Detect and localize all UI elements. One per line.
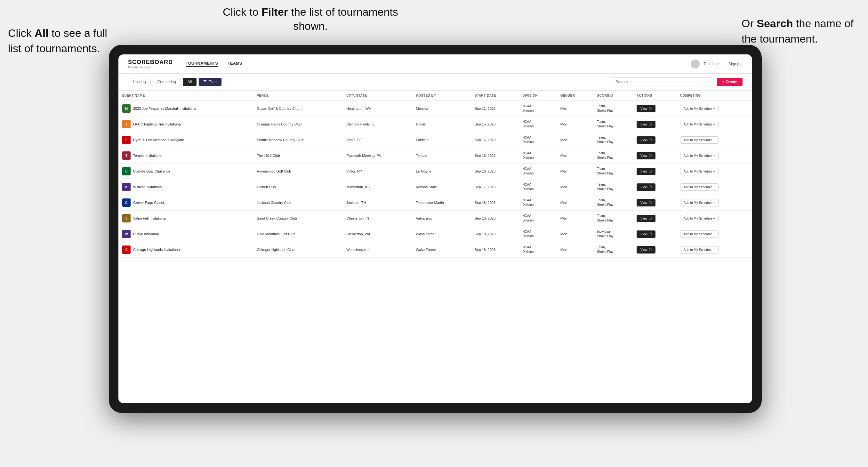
view-button[interactable]: View ⓘ [637,246,655,253]
create-button[interactable]: + Create [717,78,743,86]
col-event-name: EVENT NAME [118,91,253,101]
venue-cell: Colbert Hills [253,179,342,195]
table-row: T Temple Invitational The 1912 ClubPlymo… [118,148,752,163]
hosted-by-cell: Washington [412,226,471,242]
nav-teams[interactable]: TEAMS [227,61,242,67]
view-button[interactable]: View ⓘ [637,136,655,144]
add-to-schedule-button[interactable]: Add to My Schedule + [680,215,718,222]
venue-cell: Sand Creek Country Club [253,211,342,226]
view-button[interactable]: View ⓘ [637,199,655,207]
search-input[interactable] [611,77,713,86]
add-to-schedule-button[interactable]: Add to My Schedule + [680,183,718,191]
info-icon: ⓘ [649,106,652,111]
venue-cell: Gold Mountain Golf Club [253,226,342,242]
action-cell: View ⓘ [633,195,676,211]
col-start-date: START DATE [471,91,519,101]
tab-competing[interactable]: Competing [153,78,181,86]
avatar [691,60,700,68]
separator: | [724,62,724,66]
team-logo: V [122,214,131,222]
add-to-schedule-button[interactable]: Add to My Schedule + [680,105,718,112]
table-header-row: EVENT NAME VENUE CITY, STATE HOSTED BY S… [118,91,752,101]
filter-label: Filter [208,80,217,84]
col-division: DIVISION [519,91,556,101]
view-button[interactable]: View ⓘ [637,152,655,159]
division-cell: NCAADivision I [519,101,556,117]
competing-cell: Add to My Schedule + [676,242,752,258]
info-icon: ⓘ [649,122,652,126]
scoring-cell: Team,Stroke Play [593,211,633,226]
venue-cell: Jackson Country Club [253,195,342,211]
event-name-cell-3: T Temple Invitational [118,148,253,163]
view-button[interactable]: View ⓘ [637,183,655,191]
view-button[interactable]: View ⓘ [637,215,655,222]
tournaments-table: EVENT NAME VENUE CITY, STATE HOSTED BY S… [118,91,752,258]
venue-cell: The 1912 Club [253,148,342,163]
team-logo: W [122,230,131,238]
hosted-by-cell: Fairfield [412,132,471,148]
logo-area: SCOREBOARD Powered by clippi [128,59,173,69]
tab-all[interactable]: All [183,78,196,86]
info-icon: ⓘ [649,248,652,252]
gender-cell: Men [557,195,593,211]
table-row: F Ryan T. Lee Memorial Collegiate Shuttl… [118,132,752,148]
view-button[interactable]: View ⓘ [637,168,655,175]
scoring-cell: Team,Stroke Play [593,148,633,163]
start-date-cell: Sep 11, 2023 [471,101,519,117]
event-name-text: Wildcat Invitational [133,185,163,189]
competing-cell: Add to My Schedule + [676,226,752,242]
competing-cell: Add to My Schedule + [676,163,752,179]
event-name-text: 2023 Joe Feaganes Marshall Invitational [133,106,196,111]
hosted-by-cell: Le Moyne [412,163,471,179]
view-button[interactable]: View ⓘ [637,121,655,128]
add-to-schedule-button[interactable]: Add to My Schedule + [680,230,718,238]
hosted-by-cell: Illinois [412,117,471,132]
add-to-schedule-button[interactable]: Add to My Schedule + [680,199,718,207]
filter-button[interactable]: ☰ Filter [198,78,222,86]
info-icon: ⓘ [649,169,652,174]
hosted-by-cell: Tennessee-Martin [412,195,471,211]
scoring-cell: Team,Stroke Play [593,179,633,195]
team-logo: F [122,136,131,144]
col-competing: COMPETING [676,91,752,101]
division-cell: NCAADivision I [519,179,556,195]
city-cell: Victor, NY [342,163,412,179]
gender-cell: Men [557,163,593,179]
add-to-schedule-button[interactable]: Add to My Schedule + [680,121,718,128]
add-to-schedule-button[interactable]: Add to My Schedule + [680,168,718,175]
toolbar: Hosting Competing All ☰ Filter + Create [118,73,752,91]
nav-tournaments[interactable]: TOURNAMENTS [186,61,218,67]
event-name-cell-7: V Valpo Fall Invitational [118,211,253,226]
event-name-text: Ryan T. Lee Memorial Collegiate [133,138,184,142]
sign-out-link[interactable]: Sign out [728,62,743,66]
add-to-schedule-button[interactable]: Add to My Schedule + [680,246,718,253]
competing-cell: Add to My Schedule + [676,195,752,211]
action-cell: View ⓘ [633,101,676,117]
team-logo: G [122,198,131,207]
view-button[interactable]: View ⓘ [637,230,655,238]
event-name-text: Grover Page Classic [133,201,165,205]
division-cell: NCAADivision I [519,226,556,242]
tab-hosting[interactable]: Hosting [128,78,151,86]
event-name-cell-1: I OFCC Fighting Illini Invitational [118,117,253,132]
division-cell: NCAADivision I [519,132,556,148]
action-cell: View ⓘ [633,163,676,179]
toolbar-right: + Create [611,77,743,86]
gender-cell: Men [557,117,593,132]
col-hosted-by: HOSTED BY [412,91,471,101]
toolbar-left: Hosting Competing All ☰ Filter [128,78,222,86]
team-logo: C [122,246,131,254]
view-button[interactable]: View ⓘ [637,105,655,112]
team-logo: K [122,183,131,191]
competing-cell: Add to My Schedule + [676,117,752,132]
competing-cell: Add to My Schedule + [676,179,752,195]
event-name-cell-8: W Husky Individual [118,226,253,242]
add-to-schedule-button[interactable]: Add to My Schedule + [680,152,718,159]
add-to-schedule-button[interactable]: Add to My Schedule + [680,136,718,144]
competing-cell: Add to My Schedule + [676,132,752,148]
hosted-by-cell: Valparaiso [412,211,471,226]
hosted-by-cell: Kansas State [412,179,471,195]
info-icon: ⓘ [649,232,652,236]
event-name-text: OFCC Fighting Illini Invitational [133,122,182,126]
navbar: SCOREBOARD Powered by clippi TOURNAMENTS… [118,54,752,73]
